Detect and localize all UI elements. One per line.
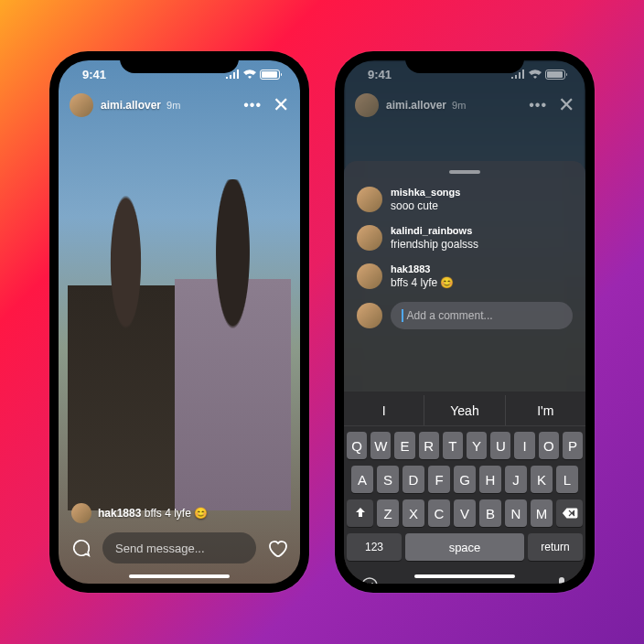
key-f[interactable]: F	[428, 466, 450, 493]
key-t[interactable]: T	[443, 432, 463, 459]
message-input[interactable]: Send message...	[102, 532, 256, 564]
like-icon[interactable]	[265, 536, 289, 560]
screen-left: 9:41 aimi.allover 9m ••• ✕ hak1883 bffs …	[59, 60, 300, 584]
notch	[405, 51, 524, 73]
key-b[interactable]: B	[479, 499, 501, 527]
key-m[interactable]: M	[531, 499, 553, 527]
comment-item[interactable]: hak1883bffs 4 lyfe 😊	[357, 263, 573, 289]
commenter-avatar	[357, 225, 382, 251]
poster-avatar[interactable]	[70, 93, 93, 117]
suggestion[interactable]: I'm	[506, 395, 585, 425]
more-icon[interactable]: •••	[529, 98, 547, 113]
comment-item[interactable]: mishka_songssooo cute	[357, 187, 573, 212]
home-indicator[interactable]	[414, 574, 515, 578]
suggestion[interactable]: I	[344, 395, 424, 425]
key-j[interactable]: J	[505, 466, 527, 493]
key-x[interactable]: X	[402, 499, 424, 527]
person-right	[175, 179, 291, 510]
story-header: aimi.allover 9m ••• ✕	[355, 93, 574, 117]
close-icon[interactable]: ✕	[558, 95, 574, 115]
phone-left: 9:41 aimi.allover 9m ••• ✕ hak1883 bffs …	[49, 51, 309, 593]
add-comment-row: Add a comment...	[357, 302, 573, 329]
commenter-avatar	[357, 263, 382, 289]
commenter-avatar	[357, 187, 382, 212]
key-e[interactable]: E	[394, 432, 414, 459]
comment-item[interactable]: kalindi_rainbowsfriendship goalsss	[357, 225, 573, 251]
svg-rect-3	[559, 577, 564, 584]
key-a[interactable]: A	[351, 466, 373, 493]
key-c[interactable]: C	[428, 499, 450, 527]
key-p[interactable]: P	[563, 432, 583, 459]
key-u[interactable]: U	[490, 432, 510, 459]
key-s[interactable]: S	[377, 466, 399, 493]
mic-icon[interactable]	[554, 576, 569, 584]
key-i[interactable]: I	[514, 432, 534, 459]
key-l[interactable]: L	[556, 466, 578, 493]
poster-username[interactable]: aimi.allover	[386, 99, 446, 112]
comment-user: mishka_songs	[391, 187, 573, 198]
comment-user: kalindi_rainbows	[391, 225, 573, 236]
comment-user: hak1883	[391, 263, 573, 274]
story-timeago: 9m	[166, 100, 180, 111]
comment-text: sooo cute	[391, 199, 573, 212]
featured-comment-text: bffs 4 lyfe 😊	[145, 507, 208, 520]
featured-comment-user: hak1883	[98, 507, 141, 520]
battery-icon	[260, 70, 280, 80]
phone-right: 9:41 aimi.allover 9m ••• ✕ mishka_songss…	[335, 51, 595, 593]
comment-input[interactable]: Add a comment...	[391, 302, 573, 329]
key-n[interactable]: N	[505, 499, 527, 527]
wifi-icon	[243, 70, 256, 79]
screen-right: 9:41 aimi.allover 9m ••• ✕ mishka_songss…	[344, 60, 585, 584]
home-indicator[interactable]	[129, 574, 230, 578]
key-o[interactable]: O	[539, 432, 559, 459]
key-k[interactable]: K	[531, 466, 553, 493]
status-time: 9:41	[82, 68, 106, 81]
sheet-grabber[interactable]	[449, 170, 480, 174]
suggestion[interactable]: Yeah	[424, 395, 505, 425]
my-avatar	[357, 303, 382, 328]
notch	[120, 51, 239, 73]
keyboard: IYeahI'm QWERTYUIOP ASDFGHJKL ZXCVBNM 12…	[344, 392, 585, 584]
backspace-key[interactable]	[556, 499, 583, 527]
story-header: aimi.allover 9m ••• ✕	[70, 93, 289, 117]
person-left	[68, 179, 184, 510]
return-key[interactable]: return	[528, 533, 583, 561]
close-icon[interactable]: ✕	[273, 95, 289, 115]
key-z[interactable]: Z	[377, 499, 399, 527]
comments-sheet: mishka_songssooo cutekalindi_rainbowsfri…	[344, 161, 585, 392]
key-w[interactable]: W	[370, 432, 391, 459]
comment-text: friendship goalsss	[391, 238, 573, 251]
wifi-icon	[529, 70, 542, 79]
story-footer: hak1883 bffs 4 lyfe 😊 Send message...	[59, 494, 300, 584]
key-g[interactable]: G	[454, 466, 476, 493]
numeric-key[interactable]: 123	[347, 533, 402, 561]
space-key[interactable]: space	[405, 533, 524, 561]
key-r[interactable]: R	[419, 432, 439, 459]
featured-comment[interactable]: hak1883 bffs 4 lyfe 😊	[70, 503, 289, 523]
poster-avatar[interactable]	[355, 93, 379, 117]
key-h[interactable]: H	[479, 466, 501, 493]
comment-text: bffs 4 lyfe 😊	[391, 276, 573, 289]
key-v[interactable]: V	[454, 499, 476, 527]
status-time: 9:41	[368, 68, 392, 81]
svg-point-2	[371, 583, 373, 584]
commenter-avatar	[71, 503, 91, 523]
key-y[interactable]: Y	[467, 432, 487, 459]
story-timeago: 9m	[452, 100, 466, 111]
svg-point-0	[362, 578, 377, 584]
comment-icon[interactable]	[70, 536, 93, 560]
key-d[interactable]: D	[402, 466, 424, 493]
more-icon[interactable]: •••	[243, 98, 262, 113]
key-q[interactable]: Q	[347, 432, 367, 459]
battery-icon	[545, 70, 565, 80]
emoji-icon[interactable]	[360, 576, 379, 584]
shift-key[interactable]	[347, 499, 373, 527]
poster-username[interactable]: aimi.allover	[101, 99, 161, 112]
svg-point-1	[366, 583, 368, 584]
